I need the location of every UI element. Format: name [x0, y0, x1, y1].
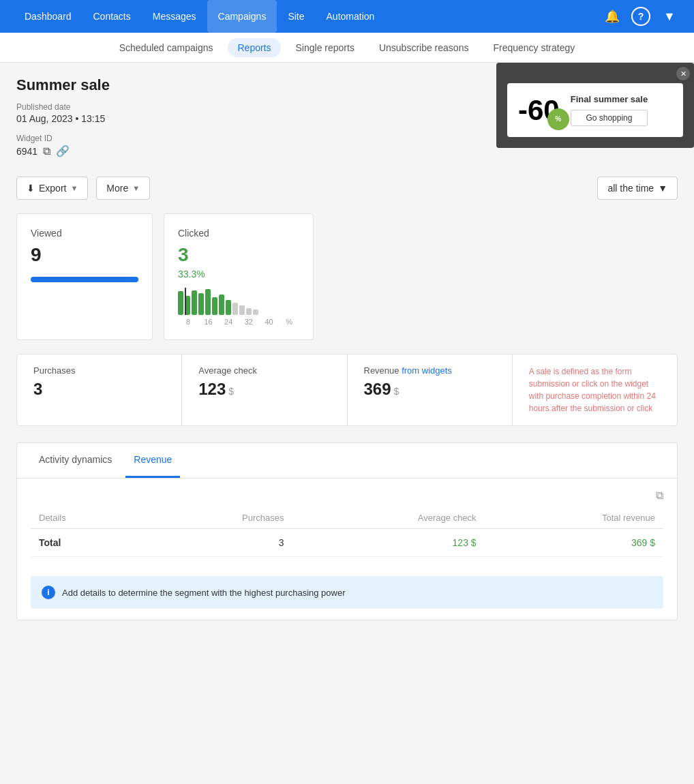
clicked-bar-3 — [192, 290, 197, 315]
clicked-bar-8 — [226, 300, 231, 315]
col-total-revenue: Total revenue — [485, 507, 663, 529]
subnav-item-frequency[interactable]: Frequency strategy — [483, 38, 584, 57]
table-copy-icon[interactable]: ⧉ — [656, 489, 663, 502]
nav-item-automation[interactable]: Automation — [316, 0, 386, 33]
viewed-bar — [31, 277, 138, 282]
row-total-revenue: 369 $ — [485, 529, 663, 557]
clicked-bar-4 — [198, 293, 204, 315]
clicked-bar-9 — [232, 303, 238, 315]
table-row: Total 3 123 $ 369 $ — [31, 529, 663, 557]
axis-8: 8 — [178, 318, 198, 326]
info-text: Add details to determine the segment wit… — [62, 588, 346, 598]
export-down-icon: ⬇ — [27, 183, 35, 194]
clicked-bar-7 — [219, 295, 224, 315]
widget-id-value: 6941 — [16, 146, 37, 157]
col-details: Details — [31, 507, 142, 529]
copy-id-icon[interactable]: ⧉ — [43, 145, 50, 157]
purchases-row: Purchases 3 Average check 123$ Revenue f… — [16, 354, 678, 426]
axis-16: 16 — [198, 318, 219, 326]
preview-title: Final summer sale — [571, 94, 648, 104]
time-filter-chevron-icon: ▼ — [658, 183, 667, 194]
preview-close-button[interactable]: ✕ — [676, 67, 690, 80]
section-inner: ⧉ Details Purchases Average check Total … — [17, 479, 677, 568]
activity-section: Activity dynamics Revenue ⧉ Details Purc… — [16, 442, 678, 620]
nav-item-messages[interactable]: Messages — [142, 0, 207, 33]
more-chevron-icon: ▼ — [132, 184, 140, 192]
nav-item-dashboard[interactable]: Dashboard — [14, 0, 82, 33]
top-nav: Dashboard Contacts Messages Campaigns Si… — [0, 0, 694, 33]
col-avg-check: Average check — [292, 507, 484, 529]
subnav-item-scheduled[interactable]: Scheduled campaigns — [110, 38, 223, 57]
export-button[interactable]: ⬇ Export ▼ — [16, 177, 88, 200]
export-chevron-icon: ▼ — [70, 184, 78, 192]
nav-item-site[interactable]: Site — [277, 0, 315, 33]
revenue-from: from widgets — [402, 365, 452, 376]
help-icon[interactable]: ? — [631, 7, 650, 26]
link-icon[interactable]: 🔗 — [56, 145, 70, 157]
clicked-bar-11 — [246, 308, 252, 315]
revenue-table: Details Purchases Average check Total re… — [31, 507, 663, 557]
clicked-bar-5 — [205, 289, 211, 315]
bell-icon[interactable]: 🔔 — [601, 5, 623, 27]
chart-axis: 8 16 24 32 40 % — [178, 318, 299, 326]
info-icon: i — [42, 586, 55, 599]
preview-widget: ✕ -60 % Final summer sale Go shopping — [496, 63, 694, 148]
tab-activity-dynamics[interactable]: Activity dynamics — [31, 443, 120, 478]
axis-32: 32 — [239, 318, 259, 326]
clicked-bar-12 — [253, 310, 258, 315]
row-details: Total — [31, 529, 142, 557]
clicked-bar-6 — [212, 297, 217, 315]
revenue-note: A sale is defined as the form submission… — [529, 365, 661, 414]
viewed-label: Viewed — [31, 228, 138, 239]
avg-check-value: 123$ — [198, 380, 330, 399]
col-purchases: Purchases — [142, 507, 292, 529]
nav-item-campaigns[interactable]: Campaigns — [207, 0, 277, 33]
subnav-item-single[interactable]: Single reports — [286, 38, 364, 57]
subnav-item-reports[interactable]: Reports — [228, 38, 280, 57]
clicked-bar-1 — [178, 291, 183, 315]
avg-check-label: Average check — [198, 365, 330, 376]
page-content: ✕ -60 % Final summer sale Go shopping Su… — [0, 63, 694, 784]
purchases-label: Purchases — [33, 365, 165, 376]
stats-row: Viewed 9 Clicked 3 33.3% — [16, 213, 678, 340]
axis-24: 24 — [218, 318, 239, 326]
axis-percent: % — [279, 318, 299, 326]
tab-revenue[interactable]: Revenue — [125, 443, 180, 478]
revenue-label: Revenue — [364, 365, 399, 376]
preview-percent-badge: % — [547, 108, 569, 130]
avg-check-unit: $ — [228, 386, 234, 397]
subnav-item-unsubscribe[interactable]: Unsubscribe reasons — [369, 38, 479, 57]
clicked-label: Clicked — [178, 228, 299, 239]
avg-check-cell: Average check 123$ — [182, 355, 347, 425]
profile-chevron-icon[interactable]: ▼ — [659, 5, 680, 27]
purchases-cell: Purchases 3 — [17, 355, 182, 425]
clicked-chart: 8 16 24 32 40 % — [178, 288, 299, 326]
viewed-value: 9 — [31, 244, 138, 266]
toolbar: ⬇ Export ▼ More ▼ all the time ▼ — [16, 177, 678, 200]
sub-nav: Scheduled campaigns Reports Single repor… — [0, 33, 694, 63]
clicked-percent: 33.3% — [178, 269, 299, 280]
row-purchases: 3 — [142, 529, 292, 557]
row-avg-check: 123 $ — [292, 529, 484, 557]
chart-marker — [185, 288, 186, 315]
revenue-value: 369$ — [364, 380, 496, 399]
viewed-card: Viewed 9 — [16, 213, 153, 340]
tabs-row: Activity dynamics Revenue — [17, 443, 677, 479]
more-button[interactable]: More ▼ — [96, 177, 150, 200]
clicked-card: Clicked 3 33.3% — [164, 213, 314, 340]
nav-item-contacts[interactable]: Contacts — [82, 0, 142, 33]
axis-40: 40 — [259, 318, 280, 326]
clicked-bar-10 — [239, 305, 245, 315]
clicked-value: 3 — [178, 244, 299, 266]
revenue-note-cell: A sale is defined as the form submission… — [513, 355, 677, 425]
revenue-unit: $ — [394, 386, 399, 397]
time-filter-dropdown[interactable]: all the time ▼ — [597, 177, 678, 200]
preview-go-shopping-button[interactable]: Go shopping — [571, 110, 648, 126]
purchases-value: 3 — [33, 380, 165, 399]
info-banner: i Add details to determine the segment w… — [31, 576, 663, 609]
revenue-cell: Revenue from widgets 369$ — [348, 355, 513, 425]
